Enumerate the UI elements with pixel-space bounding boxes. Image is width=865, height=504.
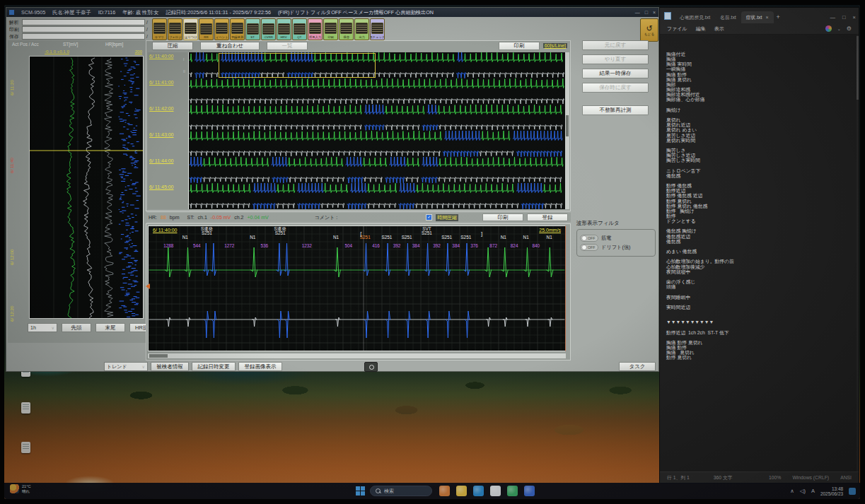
bottom-button-登録画像表示[interactable]: 登録画像表示 <box>238 362 282 371</box>
taskbar-app-icon[interactable] <box>507 486 518 496</box>
minimize-icon[interactable]: — <box>635 10 640 15</box>
notepad-tab-症状.txt[interactable]: 症状.txt× <box>741 11 774 23</box>
tab-close-icon[interactable]: × <box>765 15 768 20</box>
ecg-strip-row[interactable]: 6/ 11:44:00 <box>148 157 564 183</box>
checkbox-checked[interactable]: ✓ <box>426 214 432 221</box>
toggle-state: OFF <box>588 236 595 240</box>
trend-button-末尾[interactable]: 末尾 <box>95 323 125 332</box>
action-button-不整脈再計測[interactable]: 不整脈再計測 <box>582 105 649 115</box>
toggle-switch[interactable]: OFF <box>580 244 598 251</box>
notification-badge[interactable] <box>849 488 856 495</box>
strip-timestamp: 6/ 11:42:00 <box>149 106 174 111</box>
taskbar-weather-widget[interactable]: 21°C 晴れ <box>10 484 31 493</box>
menu-file[interactable]: ファイル <box>667 25 687 33</box>
ecg-strip-row[interactable]: 6/ 11:43:00 <box>148 131 564 157</box>
taskbar-app-icon[interactable] <box>490 486 501 496</box>
action-button-保存時に戻す[interactable]: 保存時に戻す <box>582 83 649 93</box>
action-button-元に戻す[interactable]: 元に戻す <box>582 40 649 50</box>
maximize-icon[interactable]: □ <box>842 14 846 20</box>
filter-toggle-ドリフト(強)[interactable]: OFFドリフト(強) <box>580 244 652 251</box>
weather-desc: 晴れ <box>22 489 31 494</box>
toolbar-button-CVRR[interactable]: CVRR <box>261 18 276 40</box>
search-icon <box>376 488 381 493</box>
detail-scrollbar[interactable] <box>148 353 566 358</box>
maximize-icon[interactable]: □ <box>645 10 648 15</box>
trend-mode-select[interactable]: トレンド∨ <box>104 362 148 371</box>
taskbar-clock[interactable]: 13:48 2025/06/23 <box>820 486 843 496</box>
task-button[interactable]: タスク <box>619 362 656 371</box>
toolbar-button-モフォロジー[interactable]: モフォロジー <box>168 18 182 40</box>
volume-icon[interactable]: ◁) <box>800 488 806 494</box>
gear-icon[interactable]: ⚙ <box>847 25 852 32</box>
notepad-tab-心電図所見.txt[interactable]: 心電図所見.txt <box>675 11 715 23</box>
toolbar-button-印刷[interactable]: 印刷 <box>323 18 338 40</box>
ecg-strip-row[interactable]: 6/ 11:41:00 <box>148 78 564 105</box>
taskbar-app-icon[interactable] <box>473 486 484 496</box>
desktop-shortcut-icon[interactable] <box>21 442 30 453</box>
ecg-strip-row[interactable]: 6/ 11:45:00 <box>148 183 564 209</box>
toolbar-button-保存[interactable]: 保存 <box>339 18 354 40</box>
action-button-結果一時保存[interactable]: 結果一時保存 <box>582 69 649 78</box>
strip-view-button-圧縮[interactable]: 圧縮 <box>152 42 193 50</box>
toolbar-button-HRV[interactable]: HRV <box>277 18 291 40</box>
notepad-scrollbar[interactable] <box>857 35 859 471</box>
minimize-icon[interactable]: — <box>830 14 836 20</box>
notepad-tab-名前.txt[interactable]: 名前.txt <box>715 11 741 23</box>
new-tab-button[interactable]: + <box>777 13 780 20</box>
detail-chart[interactable]: 6/ 11:40:00 25.0mm/s N1N1N1S251S251S251S… <box>148 225 566 351</box>
toolbar-button-RR[interactable]: RR <box>199 18 214 40</box>
strip-view-button-一覧[interactable]: 一覧 <box>267 42 308 50</box>
toolbar-button-登録波形[interactable]: 登録波形 <box>230 18 245 40</box>
bottom-button-被検者情報[interactable]: 被検者情報 <box>151 362 189 371</box>
menu-edit[interactable]: 編集 <box>696 25 706 33</box>
toolbar-button-icon <box>231 23 243 34</box>
notepad-tab-bar: 心電図所見.txt名前.txt症状.txt× + — □ × <box>660 8 859 23</box>
toolbar-button-再チェック[interactable]: 再チェック <box>370 18 385 40</box>
close-icon[interactable]: × <box>653 10 656 15</box>
strip-selection-box[interactable] <box>219 53 376 78</box>
toolbar-button-はりつけ[interactable]: はりつけ <box>183 18 198 40</box>
toolbar-button-ST[interactable]: ST <box>245 18 260 40</box>
start-button[interactable] <box>356 486 365 496</box>
tray-chevron-icon[interactable]: ∧ <box>790 488 794 494</box>
filter-toggle-筋電[interactable]: OFF筋電 <box>580 235 652 242</box>
toolbar-button-所見入力[interactable]: 所見入力 <box>308 18 323 40</box>
taskbar-app-icon[interactable] <box>524 486 535 496</box>
ime-indicator[interactable]: A <box>811 488 815 494</box>
strip-scale-link[interactable]: 60[s/Line] <box>543 43 567 48</box>
menu-view[interactable]: 表示 <box>714 25 724 33</box>
strip-print-button[interactable]: 印刷 <box>499 42 540 50</box>
strip-rows[interactable]: 6/ 11:40:006/ 11:41:006/ 11:42:006/ 11:4… <box>148 52 564 209</box>
toolbar-button-QT[interactable]: QT <box>292 18 307 40</box>
toolbar-button-イベント[interactable]: イベント <box>214 18 229 40</box>
notepad-status-bar: 行 1、列 1360 文字100%Windows (CRLF)ANSI <box>660 471 859 483</box>
back-button[interactable]: ↺ もどる <box>640 18 658 42</box>
trend-button-先頭[interactable]: 先頭 <box>62 323 91 332</box>
notepad-text-area[interactable]: 胸痛付近 胸痛 胸痛 実時間 一瞬胸痛 胸痛 動悸 胸痛 息切れ 胸部 胸部違和… <box>660 35 857 471</box>
camera-button[interactable] <box>364 362 378 372</box>
strip-scrollbar[interactable] <box>565 52 569 209</box>
trend-range-select[interactable]: 1h∨ <box>28 323 57 332</box>
toggle-switch[interactable]: OFF <box>580 235 598 242</box>
strip-view-button-重ね合わせ[interactable]: 重ね合わせ <box>200 42 260 50</box>
chevron-down-icon[interactable]: ⌄ <box>837 26 841 31</box>
toolbar-button-label: サマリ <box>155 35 164 38</box>
detail-print-button[interactable]: 印刷 <box>482 213 523 221</box>
taskbar-search[interactable]: 検索 <box>370 486 432 496</box>
desktop-shortcut-icon[interactable] <box>21 402 30 414</box>
close-icon[interactable]: × <box>853 14 856 20</box>
toggle-knob <box>581 245 587 250</box>
record-datetime: 記録日時:2025/6/6 11:01:31 - 2025/6/7 9:22:5… <box>166 9 271 16</box>
weather-icon <box>10 484 19 493</box>
taskbar-app-icon[interactable] <box>456 486 467 496</box>
register-button[interactable]: 登録 <box>527 213 568 221</box>
trend-chart[interactable] <box>29 56 144 319</box>
taskbar-app-icon[interactable] <box>439 486 450 496</box>
action-button-やり直す[interactable]: やり直す <box>582 54 649 64</box>
bottom-button-記録日時変更[interactable]: 記録日時変更 <box>192 362 236 371</box>
toolbar-button-label: QT <box>297 35 301 39</box>
copilot-icon[interactable] <box>825 25 832 32</box>
toolbar-button-出力[interactable]: 出力 <box>354 18 369 40</box>
ecg-strip-row[interactable]: 6/ 11:42:00 <box>148 105 564 131</box>
toolbar-button-サマリ[interactable]: サマリ <box>152 18 167 40</box>
